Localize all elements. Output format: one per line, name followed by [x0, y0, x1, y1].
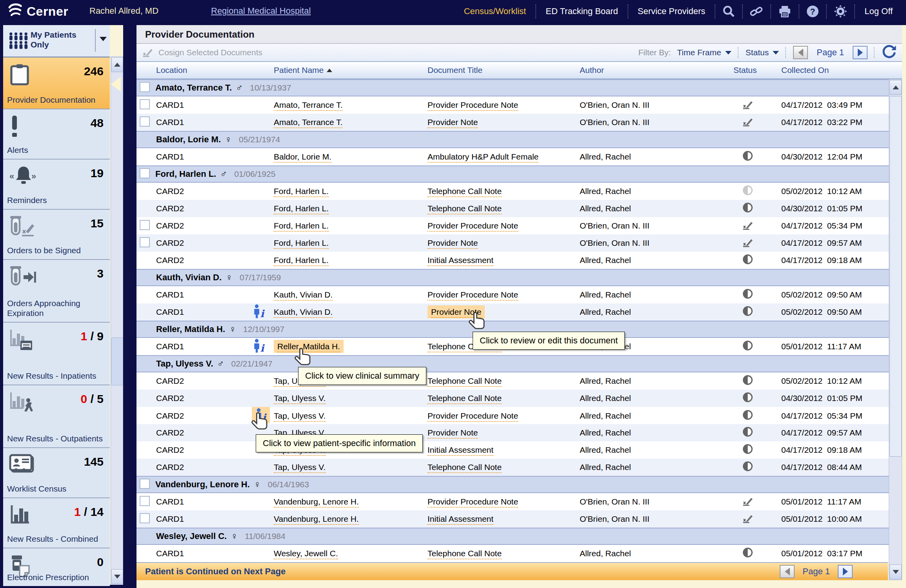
previous-page-button[interactable] — [793, 46, 808, 59]
status-dropdown[interactable]: Status — [746, 48, 779, 57]
sidebar-scroll-down-button[interactable] — [111, 569, 123, 584]
table-scroll-thumb[interactable] — [890, 96, 902, 457]
checkbox[interactable] — [140, 479, 150, 489]
document-row[interactable]: CARD1Amato, Terrance T.Provider NoteO'Br… — [136, 114, 902, 131]
document-title-link[interactable]: Provider Note — [428, 118, 478, 128]
document-row[interactable]: CARD2Tap, Ulyess V.Provider NoteAllred, … — [136, 424, 902, 441]
sidebar-item-new-results-outpatients[interactable]: 0 / 5New Results - Outpatients — [3, 385, 110, 447]
scope-dropdown-arrow-icon[interactable] — [100, 37, 107, 41]
checkbox[interactable] — [140, 116, 150, 127]
document-title-link[interactable]: Telephone Call Note — [428, 549, 502, 559]
document-title-link[interactable]: Ambulatory H&P Adult Female — [428, 152, 539, 163]
checkbox[interactable] — [140, 496, 150, 506]
document-row[interactable]: CARD2Tap, Ulyess V.Telephone Call NoteAl… — [136, 459, 902, 476]
group-checkbox[interactable] — [140, 168, 150, 180]
column-author[interactable]: Author — [580, 65, 724, 75]
patient-name-link[interactable]: Tap, Ulyess V. — [274, 394, 326, 404]
table-scroll-up-button[interactable] — [890, 80, 902, 95]
search-icon[interactable] — [715, 4, 742, 18]
document-row[interactable]: CARD1Kauth, Vivian D.Provider Procedure … — [136, 286, 902, 303]
sidebar-item-orders-to-be-signed[interactable]: 15Orders to be Signed — [3, 209, 110, 259]
document-row[interactable]: CARD1Vandenburg, Lenore H.Provider Proce… — [136, 493, 902, 510]
group-checkbox[interactable] — [140, 479, 150, 490]
document-row[interactable]: CARD1Baldor, Lorie M.Ambulatory H&P Adul… — [136, 148, 902, 165]
gear-icon[interactable] — [826, 4, 854, 18]
checkbox[interactable] — [140, 220, 150, 230]
document-title-link[interactable]: Provider Note — [428, 428, 478, 439]
checkbox[interactable] — [140, 82, 150, 92]
sidebar-scroll-thumb[interactable] — [111, 338, 123, 385]
next-page-button[interactable] — [853, 46, 868, 59]
patient-info-icon[interactable]: i — [252, 407, 270, 423]
patient-name-link[interactable]: Tap, Ulyess V. — [274, 463, 326, 473]
time-frame-dropdown[interactable]: Time Frame — [677, 48, 731, 57]
checkbox[interactable] — [140, 168, 150, 178]
document-row[interactable]: CARD2Tap, Ulyess V.Telephone Call NoteAl… — [136, 390, 902, 407]
patient-name-link[interactable]: Ford, Harlen L. — [274, 221, 329, 232]
print-icon[interactable] — [770, 4, 799, 18]
link-icon[interactable] — [742, 4, 770, 18]
patient-name-link[interactable]: Ford, Harlen L. — [274, 256, 329, 266]
column-patient-name[interactable]: Patient Name — [274, 65, 428, 75]
footer-next-page-button[interactable] — [838, 565, 853, 578]
document-title-link[interactable]: Telephone Call Note — [428, 204, 502, 214]
column-status[interactable]: Status — [724, 65, 779, 75]
sidebar-item-provider-documentation[interactable]: 246Provider Documentation — [3, 58, 110, 109]
cosign-selected-documents-button[interactable]: Cosign Selected Documents — [142, 46, 262, 59]
sidebar-item-new-results-inpatients[interactable]: 1 / 9New Results - Inpatients — [3, 322, 110, 385]
checkbox[interactable] — [140, 237, 150, 247]
nav-census-worklist[interactable]: Census/Worklist — [455, 4, 536, 18]
patient-group-row-vandenburg-lenore-h[interactable]: Vandenburg, Lenore H.♀06/14/1963 — [136, 476, 902, 493]
sidebar-item-worklist-census[interactable]: 145Worklist Census — [3, 447, 110, 497]
document-row[interactable]: CARD2Ford, Harlen L.Telephone Call NoteA… — [136, 183, 902, 200]
document-row[interactable]: CARD1Wesley, Jewell C.Telephone Call Not… — [136, 545, 902, 562]
patient-name-link[interactable]: Kauth, Vivian D. — [274, 307, 333, 318]
sidebar-scrollbar[interactable] — [111, 56, 123, 585]
patient-name-link[interactable]: Tap, Ulyess V. — [274, 411, 326, 422]
document-row[interactable]: CARD1Amato, Terrance T.Provider Procedur… — [136, 96, 902, 114]
facility-link[interactable]: Regional Medical Hospital — [211, 6, 311, 16]
patient-name-link[interactable]: Baldor, Lorie M. — [274, 152, 331, 163]
patient-group-row-amato-terrance-t[interactable]: Amato, Terrance T.♂10/13/1937 — [136, 79, 902, 96]
checkbox[interactable] — [140, 99, 150, 109]
patient-name-link[interactable]: Amato, Terrance T. — [274, 118, 342, 128]
document-row[interactable]: CARD1iKauth, Vivian D.Provider NoteAllre… — [136, 303, 902, 321]
document-title-link[interactable]: Telephone Call Note — [428, 463, 502, 473]
patient-info-icon[interactable]: i — [252, 311, 266, 320]
document-row[interactable]: CARD1Vandenburg, Lenore H.Initial Assess… — [136, 510, 902, 528]
document-title-link[interactable]: Provider Procedure Note — [428, 221, 518, 232]
checkbox[interactable] — [140, 513, 150, 523]
patient-name-link[interactable]: Ford, Harlen L. — [274, 187, 329, 197]
patient-name-link[interactable]: Reller, Matilda H. — [277, 342, 340, 352]
patient-group-row-kauth-vivian-d[interactable]: Kauth, Vivian D.♀07/17/1959 — [136, 269, 902, 286]
document-title-link[interactable]: Initial Assessment — [428, 514, 493, 525]
patient-info-icon[interactable]: i — [252, 346, 266, 355]
document-title-link[interactable]: Initial Assessment — [428, 256, 493, 266]
patient-scope-selector[interactable]: My Patients Only — [3, 25, 110, 58]
document-title-link[interactable]: Provider Procedure Note — [428, 290, 518, 301]
nav-service-providers[interactable]: Service Providers — [628, 4, 715, 18]
document-row[interactable]: CARD2Tap, Ulyess V.Initial AssessmentAll… — [136, 441, 902, 459]
patient-group-row-wesley-jewell-c[interactable]: Wesley, Jewell C.♀11/06/1984 — [136, 528, 902, 545]
patient-name-link[interactable]: Amato, Terrance T. — [274, 100, 342, 111]
patient-group-row-ford-harlen-l[interactable]: Ford, Harlen L.♂01/06/1925 — [136, 165, 902, 183]
table-scrollbar[interactable] — [889, 79, 902, 580]
document-title-link[interactable]: Initial Assessment — [428, 445, 493, 456]
document-title-link[interactable]: Telephone Call Note — [428, 376, 502, 387]
patient-name-link[interactable]: Ford, Harlen L. — [274, 238, 329, 249]
document-title-link[interactable]: Provider Procedure Note — [428, 100, 518, 111]
document-row[interactable]: CARD2Tap, Ulyess V.Telephone Call NoteAl… — [136, 372, 902, 390]
sidebar-item-electronic-prescription[interactable]: 0Electronic Prescription — [3, 548, 110, 586]
document-title-link[interactable]: Telephone Call Note — [428, 187, 502, 197]
refresh-icon[interactable] — [882, 44, 897, 61]
column-location[interactable]: Location — [155, 65, 252, 75]
column-collected-on[interactable]: Collected On — [779, 65, 902, 75]
document-row[interactable]: CARD2Ford, Harlen L.Provider Procedure N… — [136, 217, 902, 234]
table-scroll-down-button[interactable] — [890, 564, 902, 579]
patient-group-row-baldor-lorie-m[interactable]: Baldor, Lorie M.♀05/21/1974 — [136, 131, 902, 148]
document-title-link[interactable]: Provider Procedure Note — [428, 497, 518, 508]
document-row[interactable]: CARD2Ford, Harlen L.Initial AssessmentAl… — [136, 252, 902, 269]
sidebar-item-orders-approaching-expiration[interactable]: 3Orders Approaching Expiration — [3, 259, 110, 322]
document-row[interactable]: CARD2Ford, Harlen L.Telephone Call NoteA… — [136, 200, 902, 217]
sidebar-item-new-results-combined[interactable]: 1 / 14New Results - Combined — [3, 497, 110, 548]
